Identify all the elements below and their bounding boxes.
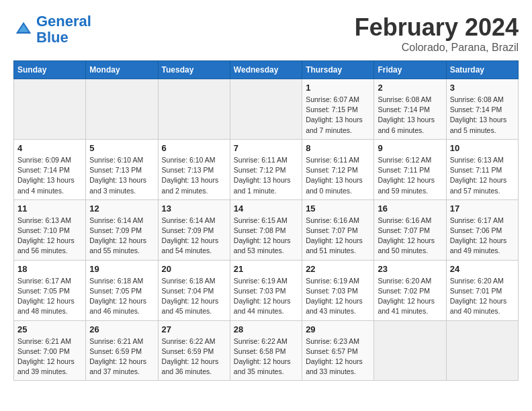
day-number: 17 — [450, 203, 515, 214]
day-number: 8 — [306, 143, 370, 153]
calendar-cell: 5Sunrise: 6:10 AM Sunset: 7:13 PM Daylig… — [86, 139, 158, 199]
day-number: 13 — [162, 203, 226, 214]
calendar-cell: 3Sunrise: 6:08 AM Sunset: 7:14 PM Daylig… — [446, 79, 518, 140]
calendar-cell — [158, 79, 230, 140]
day-detail: Sunrise: 6:16 AM Sunset: 7:07 PM Dayligh… — [378, 216, 442, 257]
day-number: 15 — [306, 203, 370, 214]
day-number: 2 — [378, 83, 442, 93]
calendar-cell — [230, 79, 302, 140]
calendar-cell: 4Sunrise: 6:09 AM Sunset: 7:14 PM Daylig… — [14, 139, 86, 199]
calendar-cell: 13Sunrise: 6:14 AM Sunset: 7:09 PM Dayli… — [158, 199, 230, 260]
calendar-cell: 14Sunrise: 6:15 AM Sunset: 7:08 PM Dayli… — [230, 199, 302, 260]
column-header-monday: Monday — [86, 61, 158, 79]
day-number: 26 — [89, 324, 154, 334]
calendar-cell: 10Sunrise: 6:13 AM Sunset: 7:11 PM Dayli… — [446, 139, 518, 199]
day-detail: Sunrise: 6:13 AM Sunset: 7:11 PM Dayligh… — [450, 155, 515, 196]
title-area: February 2024 Colorado, Parana, Brazil — [355, 13, 519, 54]
day-number: 7 — [234, 143, 298, 153]
calendar-cell: 28Sunrise: 6:22 AM Sunset: 6:58 PM Dayli… — [230, 320, 302, 381]
day-number: 3 — [450, 83, 515, 93]
page-title: February 2024 — [355, 13, 519, 42]
calendar-cell: 25Sunrise: 6:21 AM Sunset: 7:00 PM Dayli… — [14, 320, 86, 381]
day-detail: Sunrise: 6:11 AM Sunset: 7:12 PM Dayligh… — [306, 155, 370, 196]
day-detail: Sunrise: 6:18 AM Sunset: 7:05 PM Dayligh… — [89, 276, 154, 317]
day-detail: Sunrise: 6:21 AM Sunset: 6:59 PM Dayligh… — [89, 336, 154, 377]
calendar-cell: 8Sunrise: 6:11 AM Sunset: 7:12 PM Daylig… — [302, 139, 374, 199]
week-row-3: 11Sunrise: 6:13 AM Sunset: 7:10 PM Dayli… — [14, 199, 519, 260]
day-detail: Sunrise: 6:14 AM Sunset: 7:09 PM Dayligh… — [89, 216, 154, 257]
column-header-tuesday: Tuesday — [158, 61, 230, 79]
column-header-thursday: Thursday — [302, 61, 374, 79]
day-detail: Sunrise: 6:21 AM Sunset: 7:00 PM Dayligh… — [17, 336, 82, 377]
day-number: 24 — [450, 264, 515, 274]
logo-icon — [13, 19, 34, 40]
day-detail: Sunrise: 6:10 AM Sunset: 7:13 PM Dayligh… — [89, 155, 154, 196]
calendar-cell: 21Sunrise: 6:19 AM Sunset: 7:03 PM Dayli… — [230, 260, 302, 320]
calendar-cell: 6Sunrise: 6:10 AM Sunset: 7:13 PM Daylig… — [158, 139, 230, 199]
calendar-cell: 27Sunrise: 6:22 AM Sunset: 6:59 PM Dayli… — [158, 320, 230, 381]
page-subtitle: Colorado, Parana, Brazil — [355, 42, 519, 54]
calendar-cell: 16Sunrise: 6:16 AM Sunset: 7:07 PM Dayli… — [374, 199, 446, 260]
calendar-cell: 20Sunrise: 6:18 AM Sunset: 7:04 PM Dayli… — [158, 260, 230, 320]
day-number: 23 — [378, 264, 442, 274]
calendar-cell: 22Sunrise: 6:19 AM Sunset: 7:03 PM Dayli… — [302, 260, 374, 320]
day-detail: Sunrise: 6:15 AM Sunset: 7:08 PM Dayligh… — [234, 216, 298, 257]
calendar-cell — [86, 79, 158, 140]
day-detail: Sunrise: 6:18 AM Sunset: 7:04 PM Dayligh… — [162, 276, 226, 317]
calendar-table: SundayMondayTuesdayWednesdayThursdayFrid… — [13, 60, 519, 381]
column-header-saturday: Saturday — [446, 61, 518, 79]
day-number: 21 — [234, 264, 298, 274]
calendar-cell: 26Sunrise: 6:21 AM Sunset: 6:59 PM Dayli… — [86, 320, 158, 381]
column-header-friday: Friday — [374, 61, 446, 79]
day-number: 29 — [306, 324, 370, 334]
calendar-cell: 15Sunrise: 6:16 AM Sunset: 7:07 PM Dayli… — [302, 199, 374, 260]
header-row: SundayMondayTuesdayWednesdayThursdayFrid… — [14, 61, 519, 79]
calendar-cell: 11Sunrise: 6:13 AM Sunset: 7:10 PM Dayli… — [14, 199, 86, 260]
day-detail: Sunrise: 6:17 AM Sunset: 7:05 PM Dayligh… — [17, 276, 82, 317]
day-number: 5 — [89, 143, 154, 153]
day-detail: Sunrise: 6:11 AM Sunset: 7:12 PM Dayligh… — [234, 155, 298, 196]
day-detail: Sunrise: 6:22 AM Sunset: 6:59 PM Dayligh… — [162, 336, 226, 377]
week-row-4: 18Sunrise: 6:17 AM Sunset: 7:05 PM Dayli… — [14, 260, 519, 320]
calendar-cell — [446, 320, 518, 381]
column-header-sunday: Sunday — [14, 61, 86, 79]
day-detail: Sunrise: 6:17 AM Sunset: 7:06 PM Dayligh… — [450, 216, 515, 257]
logo-text: General Blue — [36, 13, 91, 46]
day-number: 19 — [89, 264, 154, 274]
calendar-cell: 29Sunrise: 6:23 AM Sunset: 6:57 PM Dayli… — [302, 320, 374, 381]
day-detail: Sunrise: 6:16 AM Sunset: 7:07 PM Dayligh… — [306, 216, 370, 257]
day-number: 4 — [17, 143, 82, 153]
week-row-1: 1Sunrise: 6:07 AM Sunset: 7:15 PM Daylig… — [14, 79, 519, 140]
calendar-cell: 24Sunrise: 6:20 AM Sunset: 7:01 PM Dayli… — [446, 260, 518, 320]
day-number: 20 — [162, 264, 226, 274]
calendar-cell: 18Sunrise: 6:17 AM Sunset: 7:05 PM Dayli… — [14, 260, 86, 320]
day-detail: Sunrise: 6:19 AM Sunset: 7:03 PM Dayligh… — [234, 276, 298, 317]
column-header-wednesday: Wednesday — [230, 61, 302, 79]
day-detail: Sunrise: 6:14 AM Sunset: 7:09 PM Dayligh… — [162, 216, 226, 257]
day-number: 16 — [378, 203, 442, 214]
day-number: 11 — [17, 203, 82, 214]
calendar-cell: 2Sunrise: 6:08 AM Sunset: 7:14 PM Daylig… — [374, 79, 446, 140]
day-detail: Sunrise: 6:19 AM Sunset: 7:03 PM Dayligh… — [306, 276, 370, 317]
day-detail: Sunrise: 6:20 AM Sunset: 7:01 PM Dayligh… — [450, 276, 515, 317]
day-detail: Sunrise: 6:09 AM Sunset: 7:14 PM Dayligh… — [17, 155, 82, 196]
week-row-2: 4Sunrise: 6:09 AM Sunset: 7:14 PM Daylig… — [14, 139, 519, 199]
day-number: 14 — [234, 203, 298, 214]
calendar-cell — [374, 320, 446, 381]
day-detail: Sunrise: 6:22 AM Sunset: 6:58 PM Dayligh… — [234, 336, 298, 377]
day-detail: Sunrise: 6:07 AM Sunset: 7:15 PM Dayligh… — [306, 95, 370, 136]
day-number: 25 — [17, 324, 82, 334]
day-detail: Sunrise: 6:13 AM Sunset: 7:10 PM Dayligh… — [17, 216, 82, 257]
day-detail: Sunrise: 6:12 AM Sunset: 7:11 PM Dayligh… — [378, 155, 442, 196]
calendar-cell: 7Sunrise: 6:11 AM Sunset: 7:12 PM Daylig… — [230, 139, 302, 199]
header: General Blue February 2024 Colorado, Par… — [13, 13, 519, 54]
day-detail: Sunrise: 6:23 AM Sunset: 6:57 PM Dayligh… — [306, 336, 370, 377]
calendar-cell: 17Sunrise: 6:17 AM Sunset: 7:06 PM Dayli… — [446, 199, 518, 260]
day-number: 28 — [234, 324, 298, 334]
day-number: 9 — [378, 143, 442, 153]
day-number: 10 — [450, 143, 515, 153]
day-number: 1 — [306, 83, 370, 93]
week-row-5: 25Sunrise: 6:21 AM Sunset: 7:00 PM Dayli… — [14, 320, 519, 381]
day-number: 12 — [89, 203, 154, 214]
day-detail: Sunrise: 6:08 AM Sunset: 7:14 PM Dayligh… — [378, 95, 442, 136]
